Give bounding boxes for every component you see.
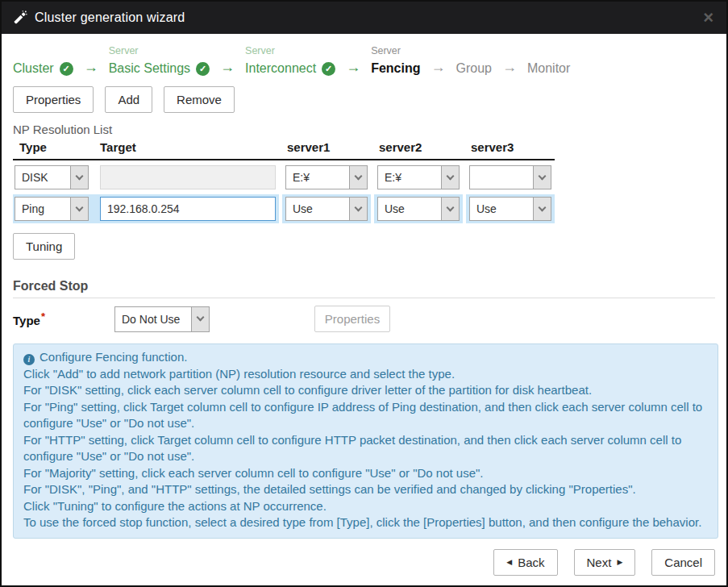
np-row-disk: DISK E:¥ E:¥ [13,163,555,192]
info-line: For "DISK" setting, click each server co… [23,382,708,399]
np-list-caption: NP Resolution List [13,123,715,136]
np-row-ping: Ping 192.168.0.254 Use Use [13,194,555,223]
column-header-server2: server2 [374,140,463,154]
arrow-icon: → [502,57,517,77]
close-icon[interactable]: × [701,9,715,27]
type-select[interactable]: DISK [15,165,89,189]
forced-stop-properties-button: Properties [314,306,390,332]
wizard-step-interconnect[interactable]: Server Interconnect✓ [245,45,335,78]
np-table-header: Type Target server1 server2 server3 [13,140,555,160]
step-label: Group [456,61,491,76]
wizard-step-fencing: Server Fencing [371,45,420,78]
chevron-down-icon [349,166,367,189]
chevron-down-icon [441,166,459,189]
check-icon: ✓ [322,62,335,76]
chevron-down-icon [533,166,551,189]
section-divider [13,298,715,298]
np-toolbar: Properties Add Remove [13,86,715,113]
column-header-server3: server3 [466,140,555,154]
next-triangle-icon: ▶ [617,559,622,566]
step-group-label: Server [245,45,335,59]
chevron-down-icon [70,198,88,220]
info-line: Click "Tuning" to configure the actions … [23,498,708,515]
step-group-label [13,45,73,59]
magic-wand-icon [13,10,27,25]
info-line: For "Ping" setting, click Target column … [23,399,708,432]
titlebar: Cluster generation wizard × [2,2,726,34]
type-select[interactable]: Ping [15,197,89,221]
wizard-steps: Cluster✓ → Server Basic Settings✓ → Serv… [13,45,715,78]
properties-button[interactable]: Properties [13,86,94,113]
chevron-down-icon [191,307,209,331]
column-header-target: Target [97,140,279,154]
server2-select[interactable]: Use [377,197,460,221]
wizard-step-group: Group [456,45,491,78]
step-group-label [527,45,570,59]
server2-select[interactable]: E:¥ [377,165,460,189]
footer-buttons: ◀Back Next▶ Cancel [493,549,715,576]
info-line: For "DISK", "Ping", and "HTTP" settings,… [23,481,708,498]
chevron-down-icon [70,166,88,189]
forced-stop-type-select[interactable]: Do Not Use [114,306,210,332]
remove-button[interactable]: Remove [164,86,235,113]
step-group-label: Server [109,45,210,59]
chevron-down-icon [441,198,459,220]
tuning-button[interactable]: Tuning [13,233,75,260]
info-line: Click "Add" to add network partition (NP… [23,366,708,383]
step-group-label [456,45,491,59]
forced-stop-type-label: Type* [13,310,114,327]
help-info-box: iConfigure Fencing function. Click "Add"… [13,343,718,539]
next-button[interactable]: Next▶ [574,549,636,576]
check-icon: ✓ [60,62,73,76]
cancel-button[interactable]: Cancel [651,549,715,576]
wizard-step-basic-settings[interactable]: Server Basic Settings✓ [109,45,210,78]
chevron-down-icon [533,198,551,220]
step-label: Monitor [527,61,570,76]
info-intro-line: iConfigure Fencing function. [23,349,708,366]
server3-select[interactable] [469,165,551,189]
arrow-icon: → [431,57,445,77]
cluster-generation-wizard-dialog: Cluster generation wizard × Cluster✓ → S… [0,0,728,587]
info-line: For "Majority" setting, click each serve… [23,465,708,482]
server1-select[interactable]: E:¥ [285,165,368,189]
info-line: To use the forced stop function, select … [23,514,708,531]
server3-select[interactable]: Use [469,197,551,221]
arrow-icon: → [346,57,360,77]
step-label: Fencing [371,61,420,76]
column-header-type: Type [13,140,97,154]
forced-stop-row: Type* Do Not Use Properties [13,306,715,332]
wizard-step-monitor: Monitor [527,45,570,78]
server1-select[interactable]: Use [285,197,368,221]
info-icon: i [23,354,35,365]
forced-stop-heading: Forced Stop [13,279,715,294]
step-label: Basic Settings [109,61,190,76]
back-triangle-icon: ◀ [506,559,512,566]
step-group-label: Server [371,45,420,59]
dialog-content: Cluster✓ → Server Basic Settings✓ → Serv… [2,34,726,585]
target-input[interactable]: 192.168.0.254 [100,197,276,221]
back-button[interactable]: ◀Back [493,549,557,576]
step-label: Cluster [13,61,54,76]
required-asterisk: * [41,310,45,323]
window-title: Cluster generation wizard [35,10,185,25]
wizard-step-cluster[interactable]: Cluster✓ [13,45,73,78]
column-header-server1: server1 [282,140,371,154]
info-line: For "HTTP" setting, click Target column … [23,432,708,465]
step-label: Interconnect [245,61,316,76]
check-icon: ✓ [196,62,210,76]
target-input [100,165,276,189]
arrow-icon: → [220,57,235,77]
chevron-down-icon [349,198,367,220]
add-button[interactable]: Add [105,86,152,113]
arrow-icon: → [84,57,98,77]
